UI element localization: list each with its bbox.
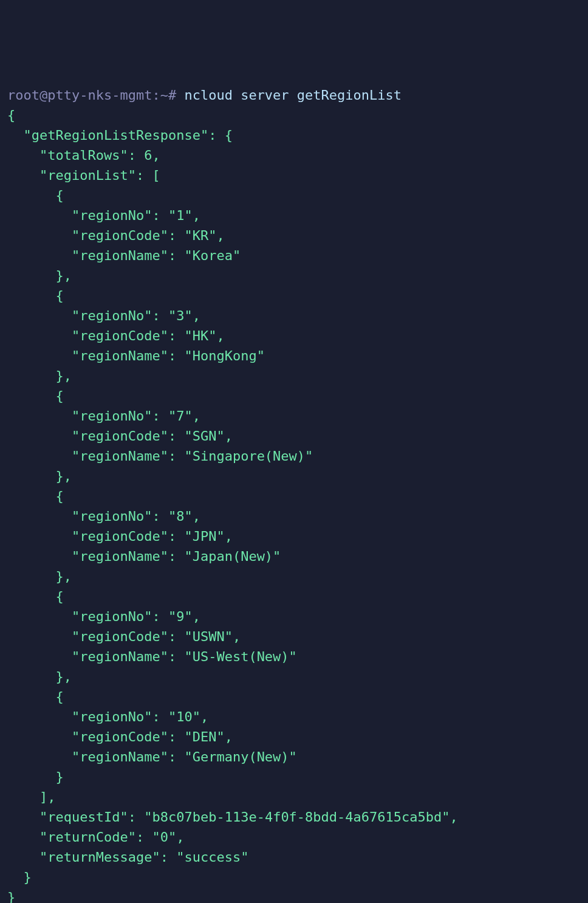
region-code-value: "DEN" [184, 729, 224, 744]
region-no-value: "3" [168, 308, 193, 323]
region-code-key: "regionCode" [72, 428, 168, 444]
region-no-key: "regionNo" [72, 709, 152, 724]
prompt-at: @ [39, 88, 47, 103]
region-no-value: "8" [168, 509, 193, 524]
region-item-close: } [55, 769, 63, 785]
return-message-value: "success" [176, 850, 248, 865]
region-name-value: "Korea" [184, 248, 241, 263]
region-list-items: { "regionNo": "1", "regionCode": "KR", "… [7, 188, 313, 785]
region-item-open: { [55, 388, 63, 403]
return-code-key: "returnCode" [39, 829, 136, 845]
region-no-key: "regionNo" [72, 509, 152, 524]
region-name-key: "regionName" [72, 649, 168, 664]
region-name-value: "Japan(New)" [184, 549, 281, 564]
prompt-host: ptty-nks-mgmt [47, 88, 152, 103]
region-item-open: { [55, 489, 63, 504]
region-name-value: "HongKong" [184, 348, 264, 363]
region-name-value: "US-West(New)" [184, 649, 296, 664]
region-name-value: "Singapore(New)" [184, 448, 313, 464]
region-item-close: }, [55, 569, 72, 584]
region-item-open: { [55, 689, 63, 704]
region-code-value: "KR" [184, 228, 216, 243]
region-name-key: "regionName" [72, 448, 168, 464]
request-id-value: "b8c07beb-113e-4f0f-8bdd-4a67615ca5bd" [144, 809, 450, 825]
region-no-key: "regionNo" [72, 609, 152, 624]
json-close-brace: } [7, 890, 15, 903]
return-message-key: "returnMessage" [39, 850, 160, 865]
prompt-colon: : [152, 88, 160, 103]
region-code-key: "regionCode" [72, 629, 168, 644]
region-item-close: }, [55, 669, 72, 684]
region-no-key: "regionNo" [72, 208, 152, 223]
response-key: "getRegionListResponse" [24, 128, 209, 143]
region-item-open: { [55, 589, 63, 604]
region-code-key: "regionCode" [72, 729, 168, 744]
region-no-value: "1" [168, 208, 193, 223]
region-item-close: }, [55, 469, 72, 484]
region-name-key: "regionName" [72, 348, 168, 363]
json-open-brace: { [7, 108, 15, 123]
region-name-key: "regionName" [72, 248, 168, 263]
region-item-close: }, [55, 368, 72, 383]
request-id-key: "requestId" [39, 809, 128, 825]
terminal-output: root@ptty-nks-mgmt:~# ncloud server getR… [7, 85, 581, 903]
region-no-value: "9" [168, 609, 193, 624]
region-no-key: "regionNo" [72, 408, 152, 424]
region-code-value: "JPN" [184, 529, 224, 544]
region-code-value: "HK" [184, 328, 216, 343]
region-list-key: "regionList" [39, 168, 136, 183]
region-code-value: "USWN" [184, 629, 232, 644]
region-code-key: "regionCode" [72, 228, 168, 243]
region-item-open: { [55, 188, 63, 203]
prompt-path: ~ [160, 88, 168, 103]
prompt-user: root [7, 88, 39, 103]
region-item-open: { [55, 288, 63, 303]
region-no-key: "regionNo" [72, 308, 152, 323]
region-item-close: }, [55, 268, 72, 283]
region-no-value: "10" [168, 709, 200, 724]
prompt-hash: # [168, 88, 176, 103]
command-text: ncloud server getRegionList [184, 88, 402, 103]
return-code-value: "0" [152, 829, 176, 845]
region-code-key: "regionCode" [72, 328, 168, 343]
prompt-line[interactable]: root@ptty-nks-mgmt:~# ncloud server getR… [7, 88, 402, 103]
total-rows-key: "totalRows" [39, 148, 128, 163]
region-code-key: "regionCode" [72, 529, 168, 544]
region-name-value: "Germany(New)" [184, 749, 296, 764]
region-code-value: "SGN" [184, 428, 224, 444]
region-name-key: "regionName" [72, 549, 168, 564]
region-name-key: "regionName" [72, 749, 168, 764]
region-no-value: "7" [168, 408, 193, 424]
total-rows-value: 6 [144, 148, 152, 163]
